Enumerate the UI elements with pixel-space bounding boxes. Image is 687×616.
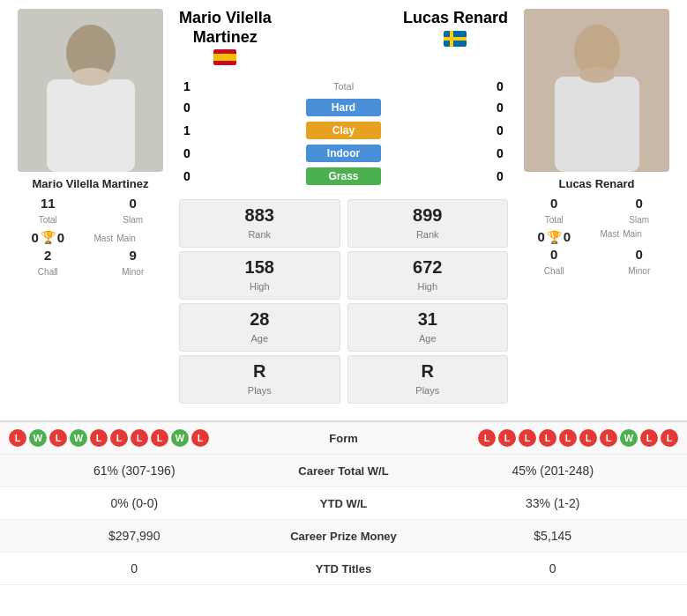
right-age-label: Age [419, 333, 437, 344]
left-form-badges: LWLWLLLLWL [9, 429, 256, 447]
grass-surface-btn: Grass [306, 167, 381, 185]
left-total-score: 1 [179, 79, 195, 93]
bottom-left-value: 61% (307-196) [13, 464, 256, 478]
indoor-score-row: 0 Indoor 0 [179, 145, 508, 162]
form-badge: W [620, 429, 638, 447]
main-container: Mario Vilella Martinez 11 Total 0 Slam 0… [0, 0, 687, 585]
bottom-right-value: 45% (201-248) [432, 464, 675, 478]
form-badge: L [478, 429, 496, 447]
right-player-photo [524, 9, 669, 172]
score-section: 1 Total 0 0 Hard 0 1 [179, 79, 508, 185]
form-badge: L [559, 429, 577, 447]
left-player-name: Mario Vilella Martinez [33, 177, 149, 190]
right-hard-score: 0 [492, 100, 508, 115]
svg-point-2 [71, 68, 110, 85]
left-stat-panels: 883 Rank 158 High 28 Age R Plays [179, 196, 340, 407]
right-player-name: Lucas Renard [559, 177, 635, 190]
left-mast-stat: 0 🏆 0 [9, 229, 87, 245]
left-main-label: Main [116, 229, 136, 245]
right-player-stats: 0 Total 0 Slam 0 🏆 0 Mast Main 0 [515, 196, 678, 278]
form-badge: L [498, 429, 516, 447]
form-badge: W [171, 429, 189, 447]
left-high-label: High [250, 281, 270, 292]
left-name-line1: Mario Vilella [179, 9, 272, 26]
right-slam-stat: 0 Slam [601, 196, 679, 226]
left-age-panel: 28 Age [179, 303, 340, 352]
right-name: Lucas Renard [403, 9, 508, 28]
clay-score-row: 1 Clay 0 [179, 122, 508, 139]
right-plays-label: Plays [415, 385, 439, 396]
grass-score-row: 0 Grass 0 [179, 167, 508, 185]
left-mast-label: Mast [94, 229, 114, 245]
left-plays-label: Plays [248, 385, 272, 396]
left-player-column: Mario Vilella Martinez 11 Total 0 Slam 0… [9, 9, 172, 407]
right-high-value: 672 [355, 257, 501, 278]
form-badge: W [29, 429, 47, 447]
left-high-value: 158 [187, 257, 332, 278]
left-slam-stat: 0 Slam [94, 196, 173, 226]
right-flag-row [403, 31, 508, 47]
bottom-stat-row: 0 YTD Titles 0 [0, 553, 687, 585]
bottom-right-value: 0 [432, 561, 675, 575]
left-indoor-score: 0 [179, 146, 195, 160]
left-flag-row [179, 49, 272, 65]
left-chall-stat: 2 Chall [9, 248, 87, 278]
form-label: Form [256, 432, 432, 445]
form-badge: L [131, 429, 148, 447]
left-name-line2: Martinez [193, 28, 258, 46]
right-indoor-score: 0 [492, 146, 508, 160]
indoor-surface-btn: Indoor [306, 145, 381, 162]
left-high-panel: 158 High [179, 251, 340, 300]
right-mast-main-stat: 0 🏆 0 [515, 229, 594, 244]
right-player-column: Lucas Renard 0 Total 0 Slam 0 🏆 0 Mast [515, 9, 678, 407]
right-total-score: 0 [492, 79, 508, 93]
form-badge: L [600, 429, 617, 447]
right-grass-score: 0 [492, 169, 508, 183]
svg-rect-1 [47, 79, 135, 172]
bottom-left-value: 0 [13, 561, 256, 575]
bottom-center-label: Career Total W/L [256, 464, 432, 478]
form-badge: L [90, 429, 108, 447]
left-player-photo [18, 9, 163, 172]
right-mast-label: Mast [601, 229, 620, 244]
bottom-table: LWLWLLLLWL Form LLLLLLLWLL 61% (307-196)… [0, 420, 687, 585]
right-minor-stat: 0 Minor [601, 247, 679, 278]
left-hard-score: 0 [179, 100, 195, 115]
hard-score-row: 0 Hard 0 [179, 99, 508, 116]
left-age-value: 28 [187, 309, 332, 330]
bottom-stat-row: 61% (307-196) Career Total W/L 45% (201-… [0, 455, 687, 487]
bottom-left-value: $297,990 [13, 529, 256, 543]
top-section: Mario Vilella Martinez 11 Total 0 Slam 0… [0, 0, 687, 416]
form-badge: L [519, 429, 536, 447]
right-rank-value: 899 [355, 205, 501, 226]
form-row: LWLWLLLLWL Form LLLLLLLWLL [0, 422, 687, 455]
right-rank-panel: 899 Rank [347, 199, 509, 248]
sweden-flag-icon [444, 31, 467, 47]
left-age-label: Age [250, 333, 268, 344]
trophy-icon-right: 🏆 [547, 230, 562, 244]
right-high-label: High [417, 281, 437, 292]
form-badge: L [539, 429, 556, 447]
left-total-stat: 11 Total [9, 196, 87, 226]
bottom-center-label: YTD Titles [256, 562, 432, 575]
right-total-stat: 0 Total [515, 196, 594, 226]
svg-rect-4 [555, 77, 639, 172]
bottom-rows: 61% (307-196) Career Total W/L 45% (201-… [0, 455, 687, 585]
bottom-right-value: 33% (1-2) [432, 496, 675, 510]
left-rank-label: Rank [248, 229, 271, 240]
right-plays-value: R [355, 361, 501, 382]
form-badge: W [70, 429, 87, 447]
left-clay-score: 1 [179, 123, 195, 137]
form-badge: L [110, 429, 128, 447]
right-plays-panel: R Plays [347, 355, 509, 404]
left-name-block: Mario Vilella Martinez [179, 9, 272, 65]
clay-surface-btn: Clay [306, 122, 381, 139]
right-name-block: Lucas Renard [403, 9, 508, 47]
trophy-icon-left: 🏆 [41, 230, 56, 244]
right-age-value: 31 [355, 309, 501, 330]
form-badge: L [661, 429, 678, 447]
right-high-panel: 672 High [347, 251, 509, 300]
form-badge: L [579, 429, 597, 447]
bottom-right-value: $5,145 [432, 529, 675, 543]
left-plays-value: R [187, 361, 332, 382]
